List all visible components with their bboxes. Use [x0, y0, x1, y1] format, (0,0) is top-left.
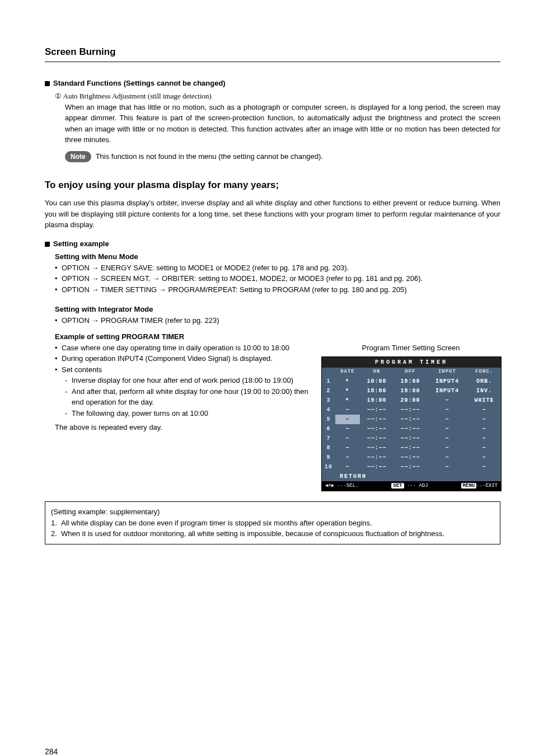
page-title: Screen Burning [45, 45, 500, 62]
timer-row: 3＊19:0020:00−WHITE [322, 396, 501, 405]
timer-return-row: RETURN [322, 472, 501, 481]
integrator-line-1: •OPTION → PROGRAM TIMER (refer to pg. 22… [55, 315, 500, 326]
menu-mode-heading: Setting with Menu Mode [55, 251, 500, 262]
square-bullet-icon [45, 242, 50, 247]
enjoy-body: You can use this plasma display's orbite… [45, 198, 500, 231]
pt-bullet-2: •During operation INPUT4 (Component Vide… [55, 353, 310, 364]
timer-row: 1＊10:0018:00INPUT4ORB. [322, 377, 501, 386]
pt-bullet-3: •Set contents [55, 364, 310, 375]
timer-row: 4−−−:−−−−:−−−− [322, 405, 501, 415]
footer-adj: SET ··· ADJ [391, 482, 428, 490]
program-timer-screen: PROGRAM TIMER DATE ON OFF INPUT FUNC. 1＊… [321, 356, 502, 491]
timer-row: 2＊18:0019:00INPUT4INV. [322, 386, 501, 396]
std-functions-heading: Standard Functions (Settings cannot be c… [45, 78, 500, 89]
timer-header-row: DATE ON OFF INPUT FUNC. [322, 368, 501, 377]
enjoy-heading: To enjoy using your plasma display for m… [45, 178, 500, 192]
supp-1: 1.All white display can be done even if … [51, 518, 494, 529]
setting-example-text: Setting example [53, 240, 109, 248]
timer-footer: ◀⬍▶ ···SEL. SET ··· ADJ MENU···EXIT [322, 481, 501, 491]
timer-row: 5−−−:−−−−:−−−− [322, 415, 501, 424]
timer-title: PROGRAM TIMER [322, 357, 501, 368]
setting-example-heading: Setting example [45, 238, 500, 250]
timer-row: 9−−−:−−−−:−−−− [322, 453, 501, 462]
timer-row: 6−−−:−−−−:−−−− [322, 424, 501, 434]
supplementary-box: (Setting example: supplementary) 1.All w… [45, 501, 500, 544]
example-pt-heading: Example of setting PROGRAM TIMER [55, 331, 500, 342]
auto-brightness-body: When an image that has little or no moti… [65, 102, 500, 145]
timer-row: 8−−−:−−−−:−−−− [322, 443, 501, 453]
timer-table: DATE ON OFF INPUT FUNC. 1＊10:0018:00INPU… [322, 368, 501, 481]
pt-dash-2: -And after that, perform all white displ… [65, 386, 310, 408]
page-number: 284 [45, 746, 500, 757]
timer-row: 7−−−:−−−−:−−−− [322, 434, 501, 443]
footer-exit: MENU···EXIT [461, 482, 498, 490]
menu-line-1: •OPTION → ENERGY SAVE: setting to MODE1 … [55, 262, 500, 274]
timer-caption: Program Timer Setting Screen [321, 342, 500, 354]
note-row: NoteThis function is not found in the me… [65, 151, 500, 162]
note-text: This function is not found in the menu (… [96, 152, 323, 161]
menu-line-3: •OPTION → TIMER SETTING → PROGRAM/REPEAT… [55, 284, 500, 295]
pt-bullet-1: •Case where one day operating time in da… [55, 342, 310, 354]
footer-sel: ◀⬍▶ ···SEL. [325, 482, 358, 490]
supp-2: 2.When it is used for outdoor monitoring… [51, 528, 494, 539]
timer-row: 10−−−:−−−−:−−−− [322, 462, 501, 472]
auto-brightness-label: ① Auto Brightness Adjustment (still imag… [55, 91, 500, 102]
std-functions-text: Standard Functions (Settings cannot be c… [53, 79, 226, 87]
note-pill: Note [65, 151, 91, 162]
timer-figure: Program Timer Setting Screen PROGRAM TIM… [321, 342, 500, 492]
pt-dash-1: -Inverse display for one hour after end … [65, 375, 310, 386]
supp-heading: (Setting example: supplementary) [51, 506, 494, 518]
square-bullet-icon [45, 81, 50, 86]
pt-dash-3: -The following day, power turns on at 10… [65, 408, 310, 419]
pt-repeat: The above is repeated every day. [55, 422, 310, 433]
integrator-heading: Setting with Integrator Mode [55, 304, 500, 315]
menu-line-2: •OPTION → SCREEN MGT. → ORBITER: setting… [55, 273, 500, 284]
